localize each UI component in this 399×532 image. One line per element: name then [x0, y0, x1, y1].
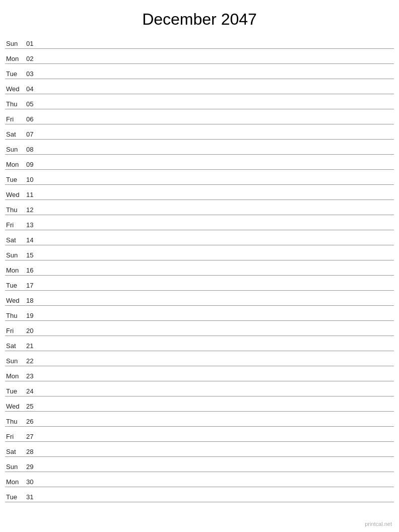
day-name: Wed [5, 403, 26, 410]
day-name: Sun [5, 146, 26, 153]
day-number: 01 [26, 40, 41, 47]
day-row: Mon16 [5, 260, 394, 276]
page-title: December 2047 [0, 0, 399, 34]
day-row: Wed25 [5, 396, 394, 412]
day-name: Fri [5, 221, 26, 229]
day-name: Sun [5, 357, 26, 365]
day-name: Tue [5, 493, 26, 501]
day-row: Fri20 [5, 321, 394, 336]
day-number: 10 [26, 176, 41, 183]
day-name: Mon [5, 267, 26, 274]
day-number: 29 [26, 463, 41, 471]
day-number: 28 [26, 448, 41, 455]
day-number: 27 [26, 433, 41, 440]
day-number: 24 [26, 387, 41, 395]
day-number: 16 [26, 267, 41, 274]
day-name: Mon [5, 161, 26, 168]
day-name: Thu [5, 312, 26, 319]
day-name: Mon [5, 55, 26, 62]
day-row: Sun22 [5, 351, 394, 366]
day-number: 20 [26, 327, 41, 335]
day-number: 26 [26, 418, 41, 425]
day-number: 08 [26, 146, 41, 153]
day-name: Tue [5, 70, 26, 78]
day-number: 02 [26, 55, 41, 62]
day-name: Mon [5, 478, 26, 486]
day-row: Fri27 [5, 427, 394, 442]
day-row: Mon02 [5, 49, 394, 64]
day-name: Tue [5, 176, 26, 183]
day-row: Wed04 [5, 79, 394, 94]
day-row: Tue10 [5, 170, 394, 185]
day-name: Tue [5, 387, 26, 395]
day-number: 11 [26, 191, 41, 198]
day-row: Thu05 [5, 94, 394, 109]
day-name: Sat [5, 342, 26, 350]
day-row: Tue17 [5, 276, 394, 291]
day-name: Thu [5, 100, 26, 108]
day-row: Tue03 [5, 64, 394, 79]
day-row: Mon09 [5, 155, 394, 170]
day-number: 13 [26, 221, 41, 229]
day-name: Sun [5, 463, 26, 471]
day-name: Sun [5, 251, 26, 259]
calendar-container: Sun01Mon02Tue03Wed04Thu05Fri06Sat07Sun08… [0, 34, 399, 517]
day-row: Mon23 [5, 366, 394, 381]
day-name: Sat [5, 236, 26, 244]
day-number: 31 [26, 493, 41, 501]
day-name: Wed [5, 85, 26, 93]
day-row: Fri13 [5, 215, 394, 230]
day-number: 21 [26, 342, 41, 350]
day-number: 04 [26, 85, 41, 93]
day-row: Sat07 [5, 124, 394, 140]
day-number: 22 [26, 357, 41, 365]
day-row: Sun08 [5, 140, 394, 155]
day-number: 25 [26, 403, 41, 410]
day-name: Thu [5, 418, 26, 425]
day-number: 19 [26, 312, 41, 319]
day-name: Thu [5, 206, 26, 214]
day-name: Sat [5, 130, 26, 138]
day-row: Thu19 [5, 306, 394, 321]
day-number: 06 [26, 115, 41, 123]
day-row: Wed18 [5, 291, 394, 306]
day-name: Fri [5, 433, 26, 440]
day-name: Wed [5, 191, 26, 198]
day-number: 12 [26, 206, 41, 214]
day-number: 07 [26, 130, 41, 138]
day-number: 15 [26, 251, 41, 259]
day-row: Thu12 [5, 200, 394, 215]
day-name: Sat [5, 448, 26, 455]
day-name: Tue [5, 282, 26, 289]
footer-text: printcal.net [365, 521, 392, 527]
day-row: Tue31 [5, 487, 394, 502]
day-row: Wed11 [5, 185, 394, 200]
day-name: Sun [5, 40, 26, 47]
day-row: Sun15 [5, 245, 394, 260]
day-number: 03 [26, 70, 41, 78]
day-row: Sat21 [5, 336, 394, 351]
day-row: Mon30 [5, 472, 394, 487]
day-name: Mon [5, 372, 26, 380]
day-row: Sat28 [5, 442, 394, 457]
day-name: Wed [5, 297, 26, 304]
day-number: 30 [26, 478, 41, 486]
day-name: Fri [5, 327, 26, 335]
day-number: 14 [26, 236, 41, 244]
day-row: Fri06 [5, 109, 394, 124]
day-name: Fri [5, 115, 26, 123]
day-row: Sat14 [5, 230, 394, 245]
day-row: Tue24 [5, 381, 394, 396]
day-number: 05 [26, 100, 41, 108]
day-number: 17 [26, 282, 41, 289]
day-row: Sun29 [5, 457, 394, 472]
day-row: Sun01 [5, 34, 394, 49]
day-row: Thu26 [5, 412, 394, 427]
day-number: 23 [26, 372, 41, 380]
day-number: 09 [26, 161, 41, 168]
day-number: 18 [26, 297, 41, 304]
